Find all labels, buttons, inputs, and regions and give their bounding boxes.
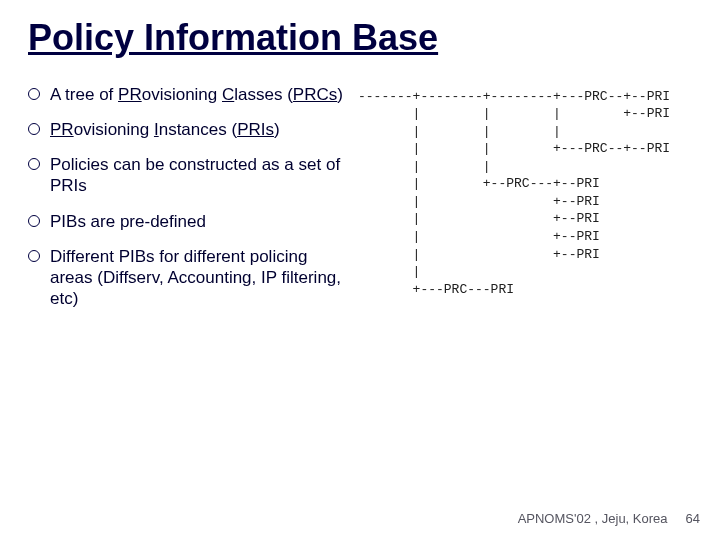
bullet-item: Different PIBs for different policing ar… — [28, 246, 348, 310]
underline: PR — [118, 85, 142, 104]
text: Different PIBs for different policing ar… — [50, 247, 341, 309]
underline: PRCs — [293, 85, 337, 104]
footer: APNOMS'02 , Jeju, Korea 64 — [0, 511, 720, 526]
text: PIBs are pre-defined — [50, 212, 206, 231]
text: ) — [337, 85, 343, 104]
text: lasses ( — [234, 85, 293, 104]
text: Policies can be constructed as a set of … — [50, 155, 340, 195]
tree-diagram: -------+--------+--------+---PRC--+--PRI… — [358, 88, 670, 299]
bullet-list: A tree of PRovisioning Classes (PRCs) PR… — [28, 84, 348, 324]
text: A tree of — [50, 85, 118, 104]
text: ) — [274, 120, 280, 139]
footer-page-number: 64 — [686, 511, 700, 526]
underline: PR — [50, 120, 74, 139]
text: ovisioning — [74, 120, 154, 139]
underline: PRIs — [237, 120, 274, 139]
slide-title: Policy Information Base — [28, 18, 692, 58]
bullet-item: A tree of PRovisioning Classes (PRCs) — [28, 84, 348, 105]
text: nstances ( — [159, 120, 237, 139]
bullet-item: PIBs are pre-defined — [28, 211, 348, 232]
bullet-item: Policies can be constructed as a set of … — [28, 154, 348, 197]
slide-body: A tree of PRovisioning Classes (PRCs) PR… — [28, 84, 692, 324]
underline: C — [222, 85, 234, 104]
text: ovisioning — [142, 85, 222, 104]
footer-venue: APNOMS'02 , Jeju, Korea — [518, 511, 668, 526]
bullet-item: PRovisioning Instances (PRIs) — [28, 119, 348, 140]
slide: Policy Information Base A tree of PRovis… — [0, 0, 720, 540]
